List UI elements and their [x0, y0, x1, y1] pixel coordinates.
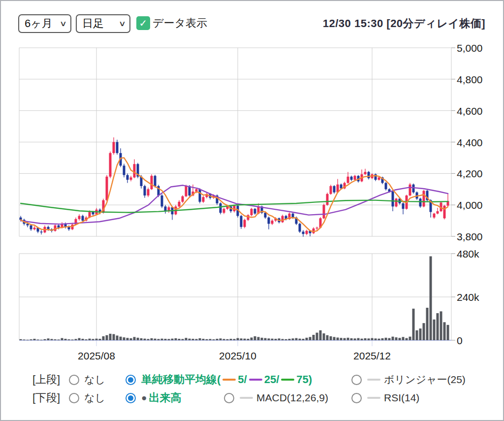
radio-selected-icon[interactable]	[126, 393, 136, 403]
lower-none-label[interactable]: なし	[84, 389, 105, 406]
radio-icon[interactable]	[351, 393, 362, 403]
candle-down	[82, 216, 84, 221]
rsi-label[interactable]: RSI(14)	[384, 389, 419, 406]
volume-bar	[85, 339, 88, 340]
candle-down	[220, 203, 222, 213]
candle-down	[350, 177, 353, 180]
volume-bar	[347, 338, 349, 340]
volume-bar	[226, 339, 229, 340]
volume-bar	[299, 339, 301, 340]
candle-up	[433, 214, 436, 218]
volume-bar	[95, 339, 98, 340]
volume-axis-label: 0	[457, 335, 463, 346]
candle-up	[443, 206, 446, 219]
candle-down	[292, 214, 294, 218]
volume-bar	[171, 339, 174, 340]
candle-up	[282, 216, 284, 223]
volume-bar	[178, 339, 181, 340]
volume-dot-icon: ●	[141, 392, 147, 403]
volume-bar	[133, 337, 136, 340]
volume-bar	[361, 339, 363, 340]
volume-bar	[344, 338, 346, 340]
stock-chart-app: 6ヶ月 ∨ 日足 ∨ ✓ データ表示 12/30 15:30 [20分ディレイ株…	[0, 0, 504, 421]
volume-bar	[251, 338, 253, 341]
radio-lower-macd[interactable]	[224, 389, 234, 406]
candle-down	[126, 175, 129, 180]
legend-upper-row: [上段] なし 単純移動平均線( 5/ 25/ 75) ボリンジャー(25)	[1, 371, 504, 388]
volume-bar	[378, 339, 380, 340]
macd-label[interactable]: MACD(12,26,9)	[256, 389, 328, 406]
radio-icon[interactable]	[351, 375, 362, 385]
volume-bar	[130, 338, 132, 340]
candle-up	[409, 185, 411, 195]
volume-bar	[392, 337, 394, 340]
candle-up	[364, 172, 367, 174]
radio-icon[interactable]	[224, 393, 234, 403]
volume-bar	[257, 337, 260, 340]
radio-icon[interactable]	[69, 375, 79, 385]
volume-bar	[206, 339, 208, 340]
candles-layer	[20, 137, 449, 237]
candle-down	[402, 203, 405, 209]
volume-bar	[40, 340, 43, 340]
radio-lower-rsi[interactable]	[351, 389, 362, 406]
volume-option-label[interactable]: ● 出来高	[141, 389, 181, 406]
volume-bar	[109, 334, 112, 340]
volume-bar	[75, 339, 77, 340]
volume-bar	[268, 338, 270, 340]
volume-bar	[182, 339, 184, 340]
radio-upper-none[interactable]	[69, 371, 79, 388]
candle-up	[330, 186, 332, 194]
candle-down	[40, 231, 43, 232]
candle-down	[254, 209, 256, 214]
volume-bar	[364, 338, 367, 340]
volume-bar	[285, 339, 287, 340]
volume-bar	[68, 339, 70, 340]
radio-icon[interactable]	[69, 393, 79, 403]
candle-up	[316, 227, 318, 228]
candle-up	[423, 191, 425, 206]
volume-bar	[443, 322, 446, 340]
volume-bar	[395, 337, 398, 340]
volume-bar	[216, 339, 219, 340]
radio-upper-sma[interactable]	[126, 371, 136, 388]
volume-bar	[209, 339, 212, 340]
ma75-line-swatch	[281, 379, 294, 381]
rsi-line-swatch	[365, 389, 382, 406]
radio-selected-icon[interactable]	[126, 375, 136, 385]
radio-upper-bollinger[interactable]	[351, 371, 362, 388]
stock-chart-canvas[interactable]: 5,0004,8004,6004,4004,2004,0003,800480k2…	[1, 1, 504, 365]
date-axis-label: 2025/08	[78, 350, 115, 361]
candle-down	[302, 231, 305, 234]
candle-down	[144, 186, 146, 195]
volume-bars	[20, 257, 449, 341]
upper-none-label[interactable]: なし	[84, 371, 105, 388]
volume-bar	[151, 338, 153, 340]
volume-label-text: 出来高	[149, 390, 181, 405]
volume-bar	[368, 338, 370, 340]
candle-up	[78, 216, 81, 219]
volume-bar	[337, 338, 339, 341]
volume-bar	[71, 340, 74, 340]
volume-bar	[113, 334, 115, 340]
volume-bar	[426, 308, 429, 340]
candle-down	[199, 189, 201, 202]
bollinger-label[interactable]: ボリンジャー(25)	[384, 371, 466, 388]
candle-down	[240, 216, 243, 227]
volume-bar	[175, 338, 177, 340]
volume-bar	[354, 338, 356, 340]
ma5-line-swatch	[222, 379, 236, 381]
volume-bar	[381, 338, 384, 340]
candle-down	[268, 218, 270, 224]
volume-bar	[51, 339, 53, 340]
candle-up	[437, 211, 439, 214]
sma-option-label[interactable]: 単純移動平均線( 5/ 25/ 75)	[141, 371, 312, 388]
volume-bar	[244, 339, 246, 340]
sma-prefix-text: 単純移動平均線(	[141, 372, 220, 387]
ma25-line-swatch	[249, 379, 262, 381]
radio-lower-none[interactable]	[69, 389, 79, 406]
price-axis-label: 4,600	[457, 105, 483, 117]
radio-lower-volume[interactable]	[126, 389, 136, 406]
candle-up	[182, 196, 184, 202]
candle-up	[113, 142, 115, 153]
